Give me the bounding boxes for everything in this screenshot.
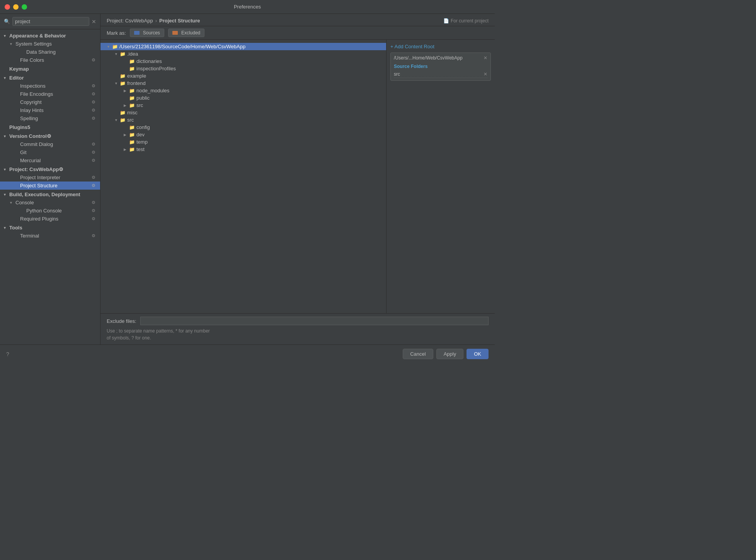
sidebar-item-keymap[interactable]: Keymap [0, 64, 100, 73]
file-tree-item-temp[interactable]: 📁 temp [100, 138, 386, 146]
sidebar-item-label: Terminal [20, 233, 92, 239]
file-tree-item-root[interactable]: ▼ 📁 /Users/212361198/SourceCode/Home/Web… [100, 43, 386, 50]
file-tree-label: inspectionProfiles [136, 66, 176, 71]
file-tree-item-config[interactable]: 📁 config [100, 124, 386, 131]
apply-button[interactable]: Apply [436, 349, 464, 359]
content-root-close-icon[interactable]: ✕ [484, 55, 487, 61]
file-tree-item-idea[interactable]: ▼ 📁 .idea [100, 50, 386, 58]
breadcrumb-current: Project Structure [159, 18, 200, 24]
arrow-icon: ▶ [124, 148, 129, 151]
folder-icon: 📁 [129, 88, 135, 93]
cancel-button[interactable]: Cancel [403, 349, 433, 359]
file-tree-item-dev[interactable]: ▶ 📁 dev [100, 131, 386, 138]
footer-buttons: Cancel Apply OK [403, 349, 489, 359]
search-input[interactable] [12, 17, 89, 26]
file-tree-item-dictionaries[interactable]: 📁 dictionaries [100, 58, 386, 65]
bottom-area: Exclude files: Use ; to separate name pa… [100, 313, 495, 344]
mark-as-excluded-button[interactable]: Excluded [168, 29, 204, 37]
sidebar-item-build-execution[interactable]: ▼ Build, Execution, Deployment [0, 190, 100, 199]
mark-as-bar: Mark as: Sources Excluded [100, 26, 495, 40]
sidebar-item-label: Required Plugins [20, 216, 92, 222]
source-folder-item: src ✕ [394, 71, 487, 78]
source-folder-close-icon[interactable]: ✕ [484, 71, 487, 77]
ok-button[interactable]: OK [467, 349, 489, 359]
sidebar-item-label: Console [15, 200, 92, 205]
sidebar-item-inspections[interactable]: Inspections ⚙ [0, 82, 100, 90]
sidebar-item-git[interactable]: Git ⚙ [0, 148, 100, 156]
sidebar-item-terminal[interactable]: Terminal ⚙ [0, 232, 100, 240]
sidebar-item-appearance-behavior[interactable]: ▼ Appearance & Behavior [0, 31, 100, 40]
footer: ? Cancel Apply OK [0, 344, 495, 363]
arrow-icon: ▼ [114, 118, 120, 122]
sidebar-item-console[interactable]: ▼ Console ⚙ [0, 199, 100, 207]
sidebar-item-python-console[interactable]: Python Console ⚙ [0, 207, 100, 215]
add-content-root-button[interactable]: + Add Content Root [390, 44, 491, 49]
source-folder-name: src [394, 71, 400, 77]
sidebar-item-inlay-hints[interactable]: Inlay Hints ⚙ [0, 106, 100, 114]
arrow-icon: ▼ [9, 42, 15, 46]
plugins-badge: 5 [27, 124, 30, 130]
arrow-icon: ▼ [114, 81, 120, 85]
settings-icon: ⚙ [92, 92, 95, 97]
sidebar-item-label: Copyright [20, 99, 92, 105]
sidebar-item-version-control[interactable]: ▼ Version Control ⚙ [0, 131, 100, 140]
sidebar-item-label: Data Sharing [26, 49, 97, 55]
sidebar-item-file-encodings[interactable]: File Encodings ⚙ [0, 90, 100, 98]
sidebar-item-label: Spelling [20, 115, 92, 121]
sidebar-item-copyright[interactable]: Copyright ⚙ [0, 98, 100, 106]
sources-folder-icon [134, 31, 140, 35]
sidebar-item-editor[interactable]: ▼ Editor [0, 73, 100, 82]
file-tree-item-src-frontend[interactable]: ▶ 📁 src [100, 102, 386, 109]
file-tree-label: src [127, 117, 134, 123]
file-tree-panel: ▼ 📁 /Users/212361198/SourceCode/Home/Web… [100, 40, 387, 313]
sidebar-item-label: Python Console [26, 208, 92, 214]
window-controls[interactable] [5, 4, 27, 10]
sidebar-item-mercurial[interactable]: Mercurial ⚙ [0, 156, 100, 165]
for-current-project-label: For current project [451, 18, 489, 24]
settings-icon: ⚙ [47, 133, 51, 139]
file-tree-label: frontend [127, 80, 146, 86]
settings-icon: ⚙ [92, 183, 95, 188]
settings-icon: ⚙ [92, 150, 95, 155]
help-button[interactable]: ? [6, 351, 9, 357]
sidebar-item-file-colors[interactable]: File Colors ⚙ [0, 56, 100, 64]
file-tree-item-inspectionprofiles[interactable]: 📁 inspectionProfiles [100, 65, 386, 72]
maximize-button[interactable] [22, 4, 27, 10]
sidebar-item-label: Version Control [9, 133, 47, 139]
exclude-label: Exclude files: [107, 318, 136, 324]
sidebar-item-commit-dialog[interactable]: Commit Dialog ⚙ [0, 140, 100, 148]
settings-icon: ⚙ [92, 116, 95, 121]
sidebar-item-plugins[interactable]: Plugins 5 [0, 122, 100, 131]
minimize-button[interactable] [13, 4, 19, 10]
sidebar-item-system-settings[interactable]: ▼ System Settings [0, 40, 100, 48]
sidebar-item-project-interpreter[interactable]: Project Interpreter ⚙ [0, 173, 100, 182]
sidebar-item-required-plugins[interactable]: Required Plugins ⚙ [0, 215, 100, 223]
sidebar-item-label: Mercurial [20, 158, 92, 163]
sidebar-item-tools[interactable]: ▼ Tools [0, 223, 100, 232]
breadcrumb-project: Project: CsvWebApp [107, 18, 153, 24]
panel-body: ▼ 📁 /Users/212361198/SourceCode/Home/Web… [100, 40, 495, 313]
file-tree-item-src[interactable]: ▼ 📁 src [100, 116, 386, 124]
file-tree-item-frontend[interactable]: ▼ 📁 frontend [100, 80, 386, 87]
main-container: 🔍 ✕ ▼ Appearance & Behavior ▼ System Set… [0, 14, 495, 363]
file-tree-item-node-modules[interactable]: ▶ 📁 node_modules [100, 87, 386, 94]
breadcrumb-separator: › [155, 18, 157, 24]
settings-icon: ⚙ [92, 142, 95, 147]
exclude-input[interactable] [140, 317, 489, 325]
sidebar-item-data-sharing[interactable]: Data Sharing [0, 48, 100, 56]
content-root-card: /Users/...Home/Web/CsvWebApp ✕ Source Fo… [390, 53, 491, 81]
sidebar-item-project-structure[interactable]: Project Structure ⚙ [0, 182, 100, 190]
file-tree-item-public[interactable]: 📁 public [100, 94, 386, 102]
mark-as-sources-button[interactable]: Sources [130, 29, 164, 37]
close-button[interactable] [5, 4, 10, 10]
settings-icon: ⚙ [92, 158, 95, 163]
file-tree-item-test[interactable]: ▶ 📁 test [100, 146, 386, 153]
file-tree-item-example[interactable]: 📁 example [100, 72, 386, 80]
file-tree-item-misc[interactable]: 📁 misc [100, 109, 386, 116]
sidebar-item-project-csvwebapp[interactable]: ▼ Project: CsvWebApp ⚙ [0, 165, 100, 173]
settings-icon: ⚙ [92, 83, 95, 88]
search-clear-icon[interactable]: ✕ [92, 19, 96, 25]
sidebar: 🔍 ✕ ▼ Appearance & Behavior ▼ System Set… [0, 14, 100, 344]
sidebar-item-spelling[interactable]: Spelling ⚙ [0, 114, 100, 122]
sidebar-item-label: Tools [9, 225, 22, 231]
